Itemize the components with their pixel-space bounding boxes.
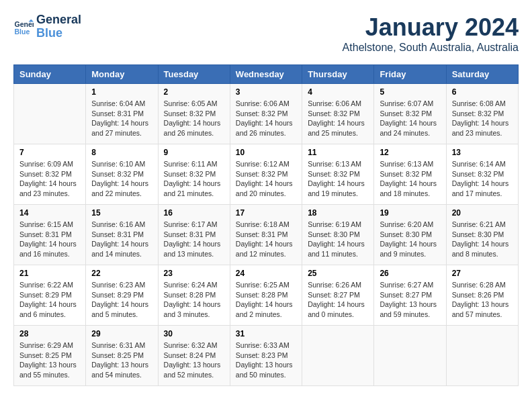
header-cell-monday: Monday [86, 65, 158, 84]
day-info: Sunrise: 6:29 AMSunset: 8:25 PMDaylight:… [19, 340, 80, 380]
day-info: Sunrise: 6:17 AMSunset: 8:31 PMDaylight:… [164, 220, 224, 259]
day-info: Sunrise: 6:23 AMSunset: 8:29 PMDaylight:… [91, 280, 152, 320]
day-number: 3 [236, 87, 296, 97]
calendar-cell: 28Sunrise: 6:29 AMSunset: 8:25 PMDayligh… [14, 326, 86, 386]
svg-text:Blue: Blue [15, 27, 30, 35]
day-info: Sunrise: 6:27 AMSunset: 8:27 PMDaylight:… [380, 280, 440, 320]
calendar-cell: 15Sunrise: 6:16 AMSunset: 8:31 PMDayligh… [86, 205, 158, 265]
calendar-cell [302, 326, 374, 386]
day-info: Sunrise: 6:20 AMSunset: 8:30 PMDaylight:… [380, 220, 440, 259]
day-info: Sunrise: 6:21 AMSunset: 8:30 PMDaylight:… [452, 220, 513, 259]
day-info: Sunrise: 6:04 AMSunset: 8:31 PMDaylight:… [91, 99, 152, 138]
logo: General Blue General Blue [13, 13, 81, 40]
calendar-cell: 31Sunrise: 6:33 AMSunset: 8:23 PMDayligh… [230, 326, 302, 386]
day-info: Sunrise: 6:18 AMSunset: 8:31 PMDaylight:… [236, 220, 296, 259]
day-number: 7 [19, 148, 80, 157]
day-info: Sunrise: 6:31 AMSunset: 8:25 PMDaylight:… [91, 340, 152, 380]
day-number: 30 [164, 329, 224, 338]
day-info: Sunrise: 6:22 AMSunset: 8:29 PMDaylight:… [19, 280, 80, 320]
calendar-cell: 8Sunrise: 6:10 AMSunset: 8:32 PMDaylight… [86, 144, 158, 205]
header-cell-tuesday: Tuesday [158, 65, 230, 84]
calendar-cell: 21Sunrise: 6:22 AMSunset: 8:29 PMDayligh… [14, 265, 86, 326]
calendar-cell: 2Sunrise: 6:05 AMSunset: 8:32 PMDaylight… [158, 84, 230, 144]
day-number: 8 [91, 148, 152, 157]
day-number: 17 [236, 208, 296, 218]
day-info: Sunrise: 6:24 AMSunset: 8:28 PMDaylight:… [164, 280, 224, 320]
day-info: Sunrise: 6:13 AMSunset: 8:32 PMDaylight:… [308, 159, 368, 199]
day-number: 4 [308, 87, 368, 97]
calendar-cell: 26Sunrise: 6:27 AMSunset: 8:27 PMDayligh… [374, 265, 446, 326]
day-number: 13 [452, 148, 513, 157]
day-info: Sunrise: 6:13 AMSunset: 8:32 PMDaylight:… [380, 159, 440, 199]
day-number: 11 [308, 148, 368, 157]
day-number: 5 [380, 87, 440, 97]
calendar-cell: 1Sunrise: 6:04 AMSunset: 8:31 PMDaylight… [86, 84, 158, 144]
logo-text: General Blue [36, 13, 81, 40]
calendar-cell [446, 326, 518, 386]
day-info: Sunrise: 6:11 AMSunset: 8:32 PMDaylight:… [164, 159, 224, 199]
calendar-cell: 4Sunrise: 6:06 AMSunset: 8:32 PMDaylight… [302, 84, 374, 144]
calendar-cell: 12Sunrise: 6:13 AMSunset: 8:32 PMDayligh… [374, 144, 446, 205]
day-number: 25 [308, 269, 368, 278]
calendar-cell: 14Sunrise: 6:15 AMSunset: 8:31 PMDayligh… [14, 205, 86, 265]
day-number: 22 [91, 269, 152, 278]
calendar-cell: 18Sunrise: 6:19 AMSunset: 8:30 PMDayligh… [302, 205, 374, 265]
day-number: 23 [164, 269, 224, 278]
calendar-cell: 11Sunrise: 6:13 AMSunset: 8:32 PMDayligh… [302, 144, 374, 205]
calendar-cell: 30Sunrise: 6:32 AMSunset: 8:24 PMDayligh… [158, 326, 230, 386]
page-title: January 2024 [343, 13, 519, 42]
day-number: 26 [380, 269, 440, 278]
day-info: Sunrise: 6:14 AMSunset: 8:32 PMDaylight:… [452, 159, 513, 199]
calendar-header: SundayMondayTuesdayWednesdayThursdayFrid… [14, 65, 519, 84]
calendar-cell: 3Sunrise: 6:06 AMSunset: 8:32 PMDaylight… [230, 84, 302, 144]
calendar-cell: 22Sunrise: 6:23 AMSunset: 8:29 PMDayligh… [86, 265, 158, 326]
day-info: Sunrise: 6:10 AMSunset: 8:32 PMDaylight:… [91, 159, 152, 199]
day-number: 10 [236, 148, 296, 157]
day-info: Sunrise: 6:06 AMSunset: 8:32 PMDaylight:… [236, 99, 296, 138]
header: General Blue General Blue January 2024 A… [13, 13, 519, 54]
day-number: 6 [452, 87, 513, 97]
day-number: 20 [452, 208, 513, 218]
header-row: SundayMondayTuesdayWednesdayThursdayFrid… [14, 65, 519, 84]
day-number: 21 [19, 269, 80, 278]
calendar-cell: 29Sunrise: 6:31 AMSunset: 8:25 PMDayligh… [86, 326, 158, 386]
day-info: Sunrise: 6:32 AMSunset: 8:24 PMDaylight:… [164, 340, 224, 380]
calendar-cell: 5Sunrise: 6:07 AMSunset: 8:32 PMDaylight… [374, 84, 446, 144]
calendar-cell: 19Sunrise: 6:20 AMSunset: 8:30 PMDayligh… [374, 205, 446, 265]
day-number: 18 [308, 208, 368, 218]
day-info: Sunrise: 6:16 AMSunset: 8:31 PMDaylight:… [91, 220, 152, 259]
day-info: Sunrise: 6:09 AMSunset: 8:32 PMDaylight:… [19, 159, 80, 199]
day-number: 2 [164, 87, 224, 97]
week-row: 28Sunrise: 6:29 AMSunset: 8:25 PMDayligh… [14, 326, 519, 386]
week-row: 1Sunrise: 6:04 AMSunset: 8:31 PMDaylight… [14, 84, 519, 144]
calendar-cell: 27Sunrise: 6:28 AMSunset: 8:26 PMDayligh… [446, 265, 518, 326]
calendar-cell: 24Sunrise: 6:25 AMSunset: 8:28 PMDayligh… [230, 265, 302, 326]
day-number: 19 [380, 208, 440, 218]
calendar-cell: 9Sunrise: 6:11 AMSunset: 8:32 PMDaylight… [158, 144, 230, 205]
day-number: 15 [91, 208, 152, 218]
day-number: 29 [91, 329, 152, 338]
header-cell-thursday: Thursday [302, 65, 374, 84]
calendar-cell: 20Sunrise: 6:21 AMSunset: 8:30 PMDayligh… [446, 205, 518, 265]
day-info: Sunrise: 6:15 AMSunset: 8:31 PMDaylight:… [19, 220, 80, 259]
calendar-cell: 23Sunrise: 6:24 AMSunset: 8:28 PMDayligh… [158, 265, 230, 326]
calendar-cell: 10Sunrise: 6:12 AMSunset: 8:32 PMDayligh… [230, 144, 302, 205]
day-number: 31 [236, 329, 296, 338]
page-subtitle: Athelstone, South Australia, Australia [343, 42, 519, 54]
day-number: 16 [164, 208, 224, 218]
day-info: Sunrise: 6:19 AMSunset: 8:30 PMDaylight:… [308, 220, 368, 259]
week-row: 7Sunrise: 6:09 AMSunset: 8:32 PMDaylight… [14, 144, 519, 205]
calendar-cell [374, 326, 446, 386]
calendar-cell [14, 84, 86, 144]
calendar-cell: 16Sunrise: 6:17 AMSunset: 8:31 PMDayligh… [158, 205, 230, 265]
day-info: Sunrise: 6:26 AMSunset: 8:27 PMDaylight:… [308, 280, 368, 320]
calendar-body: 1Sunrise: 6:04 AMSunset: 8:31 PMDaylight… [14, 84, 519, 386]
day-info: Sunrise: 6:33 AMSunset: 8:23 PMDaylight:… [236, 340, 296, 380]
week-row: 21Sunrise: 6:22 AMSunset: 8:29 PMDayligh… [14, 265, 519, 326]
header-cell-friday: Friday [374, 65, 446, 84]
calendar-cell: 25Sunrise: 6:26 AMSunset: 8:27 PMDayligh… [302, 265, 374, 326]
logo-icon: General Blue [13, 17, 34, 37]
header-cell-saturday: Saturday [446, 65, 518, 84]
calendar-cell: 7Sunrise: 6:09 AMSunset: 8:32 PMDaylight… [14, 144, 86, 205]
calendar-table: SundayMondayTuesdayWednesdayThursdayFrid… [13, 64, 519, 386]
